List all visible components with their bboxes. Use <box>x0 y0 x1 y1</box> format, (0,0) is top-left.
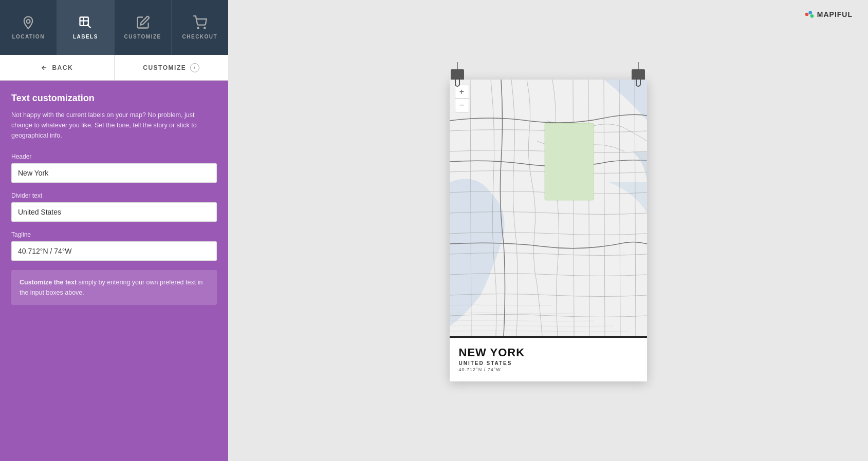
clips-row <box>451 69 646 88</box>
tab-checkout[interactable]: CHECKOUT <box>172 0 228 55</box>
clip-body-right <box>632 69 645 80</box>
tab-customize-label: CUSTOMIZE <box>124 34 161 40</box>
tab-customize[interactable]: CUSTOMIZE <box>115 0 172 55</box>
checkout-icon <box>193 15 207 30</box>
svg-point-8 <box>810 14 814 18</box>
sidebar-content: Text customization Not happy with the cu… <box>0 81 228 461</box>
labels-icon <box>78 15 93 30</box>
svg-point-0 <box>27 20 30 23</box>
nav-tabs: LOCATION LABELS CUSTOMIZE CHECKOUT <box>0 0 228 55</box>
info-box: Customize the text simply by entering yo… <box>11 270 217 305</box>
divider-input[interactable] <box>11 202 217 222</box>
svg-point-5 <box>204 27 205 28</box>
info-box-text: Customize the text simply by entering yo… <box>20 277 209 298</box>
poster-city: NEW YORK <box>459 346 638 359</box>
clip-body-left <box>451 69 464 80</box>
mapiful-logo: MAPIFUL <box>804 9 853 20</box>
clip-right <box>632 69 646 88</box>
map-poster: + − <box>450 80 647 381</box>
clip-handle-right <box>636 79 641 87</box>
location-icon <box>21 15 35 30</box>
map-svg <box>450 80 647 336</box>
mapiful-logo-icon <box>804 9 815 20</box>
mapiful-logo-text: MAPIFUL <box>817 10 853 18</box>
tab-labels-label: LABELS <box>73 34 98 40</box>
tab-location[interactable]: LOCATION <box>0 0 57 55</box>
tab-location-label: LOCATION <box>12 34 44 40</box>
back-arrow-icon <box>41 64 48 71</box>
customize-arrow-icon: › <box>190 63 199 72</box>
clip-left <box>451 69 465 88</box>
poster-container: + − <box>450 80 647 381</box>
clip-line-right <box>638 62 639 69</box>
svg-point-6 <box>805 13 808 16</box>
divider-label: Divider text <box>11 192 217 199</box>
tagline-field-group: Tagline <box>11 231 217 261</box>
map-controls: + − <box>455 85 469 112</box>
info-bold: Customize the text <box>20 279 77 286</box>
back-button[interactable]: BACK <box>0 55 115 80</box>
customize-icon <box>136 15 150 30</box>
sidebar: LOCATION LABELS CUSTOMIZE CHECKOUT <box>0 0 228 461</box>
clip-handle-left <box>455 79 460 87</box>
tagline-input[interactable] <box>11 241 217 261</box>
customize-button[interactable]: CUSTOMIZE › <box>115 55 229 80</box>
tagline-label: Tagline <box>11 231 217 238</box>
back-label: BACK <box>52 64 73 71</box>
header-field-group: Header <box>11 153 217 183</box>
poster-country: UNITED STATES <box>459 360 638 366</box>
poster-labels: NEW YORK UNITED STATES 40.712°N / 74°W <box>450 336 647 381</box>
tab-labels[interactable]: LABELS <box>57 0 114 55</box>
svg-point-7 <box>808 11 812 14</box>
header-label: Header <box>11 153 217 160</box>
clip-line-left <box>457 62 458 69</box>
tab-checkout-label: CHECKOUT <box>182 34 218 40</box>
divider-field-group: Divider text <box>11 192 217 222</box>
zoom-out-button[interactable]: − <box>455 99 469 112</box>
main-area: MAPIFUL <box>228 0 868 461</box>
section-title: Text customization <box>11 93 217 104</box>
action-row: BACK CUSTOMIZE › <box>0 55 228 81</box>
svg-rect-10 <box>545 123 594 200</box>
header-input[interactable] <box>11 163 217 183</box>
section-description: Not happy with the current labels on you… <box>11 110 217 141</box>
svg-point-4 <box>197 27 198 28</box>
map-area: + − <box>450 80 647 336</box>
customize-label: CUSTOMIZE <box>143 64 186 71</box>
poster-coords: 40.712°N / 74°W <box>459 367 638 372</box>
poster-wrapper: + − <box>450 80 647 381</box>
